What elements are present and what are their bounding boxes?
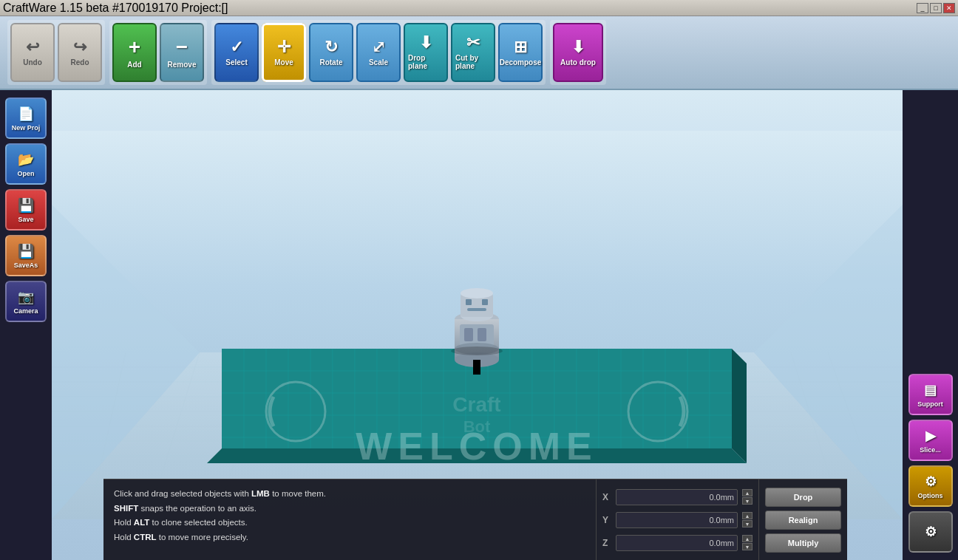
svg-rect-67 xyxy=(467,308,486,311)
titlebar-controls: _ □ ✕ xyxy=(917,3,955,13)
options-button[interactable]: ⚙ Options xyxy=(908,465,953,507)
svg-marker-53 xyxy=(732,349,747,463)
open-icon: 📂 xyxy=(18,151,34,168)
help-line-2: SHIFT snaps the operation to an axis. xyxy=(114,502,585,516)
remove-button[interactable]: − Remove xyxy=(160,23,204,82)
svg-rect-71 xyxy=(473,360,480,375)
z-input[interactable] xyxy=(616,535,738,551)
redo-button[interactable]: ↪ Redo xyxy=(58,23,102,82)
camera-icon: 📷 xyxy=(18,289,34,305)
slice-button[interactable]: ▶ Slice... xyxy=(908,420,953,461)
titlebar: CraftWare 1.15 beta #170019170 Project:[… xyxy=(0,0,958,16)
save-icon: 💾 xyxy=(18,197,34,214)
add-remove-group: + Add − Remove xyxy=(109,20,207,85)
move-icon: ✛ xyxy=(277,39,291,55)
help-line-5 xyxy=(114,544,585,559)
multiply-action-button[interactable]: Multiply xyxy=(765,533,841,553)
transform-group: ✓ Select ✛ Move ↻ Rotate ⤢ Scale ⬇ Drop … xyxy=(211,20,546,85)
settings-icon: ⚙ xyxy=(925,524,937,540)
help-line-3: Hold ALT to clone selected objects. xyxy=(114,516,585,530)
x-spin-up[interactable]: ▲ xyxy=(742,489,753,496)
scale-button[interactable]: ⤢ Scale xyxy=(356,23,401,82)
x-spinners: ▲ ▼ xyxy=(742,489,753,505)
decompose-icon: ⊞ xyxy=(514,39,527,55)
x-input[interactable] xyxy=(616,489,738,505)
scale-icon: ⤢ xyxy=(372,39,385,55)
new-project-button[interactable]: 📄 New Proj xyxy=(5,98,47,139)
move-button[interactable]: ✛ Move xyxy=(262,23,306,82)
drop-plane-icon: ⬇ xyxy=(419,35,432,51)
svg-rect-66 xyxy=(482,299,488,305)
select-button[interactable]: ✓ Select xyxy=(214,23,259,82)
open-button[interactable]: 📂 Open xyxy=(5,143,47,185)
svg-point-73 xyxy=(451,346,503,355)
save-as-icon: 💾 xyxy=(18,243,34,259)
slice-icon: ▶ xyxy=(925,428,936,444)
svg-rect-70 xyxy=(478,328,486,341)
bottom-panel: Click and drag selected objects with LMB… xyxy=(103,479,847,560)
z-spin-up[interactable]: ▲ xyxy=(742,535,753,542)
undo-icon: ↩ xyxy=(26,39,39,55)
x-coord-row: X ▲ ▼ xyxy=(602,489,753,505)
svg-text:WELCOME: WELCOME xyxy=(356,425,598,468)
add-button[interactable]: + Add xyxy=(112,23,157,82)
drop-action-button[interactable]: Drop xyxy=(765,488,841,507)
undo-redo-group: ↩ Undo ↪ Redo xyxy=(7,20,105,85)
realign-action-button[interactable]: Realign xyxy=(765,511,841,530)
add-icon: + xyxy=(129,37,140,58)
svg-point-64 xyxy=(461,288,493,298)
y-label: Y xyxy=(602,515,611,525)
z-label: Z xyxy=(602,538,611,548)
settings-button[interactable]: ⚙ xyxy=(908,511,953,553)
auto-drop-icon: ⬇ xyxy=(571,39,585,55)
drop-plane-button[interactable]: ⬇ Drop plane xyxy=(404,23,448,82)
y-input[interactable] xyxy=(616,512,738,528)
maximize-button[interactable]: □ xyxy=(930,3,942,13)
help-text: Click and drag selected objects with LMB… xyxy=(103,479,596,560)
minimize-button[interactable]: _ xyxy=(917,3,928,13)
right-sidebar: ▤ Support ▶ Slice... ⚙ Options ⚙ xyxy=(903,90,958,560)
save-button[interactable]: 💾 Save xyxy=(5,189,47,231)
support-icon: ▤ xyxy=(924,382,937,398)
3d-viewport[interactable]: Craft Bot WELCOME xyxy=(52,90,903,560)
svg-rect-65 xyxy=(466,299,472,305)
left-sidebar: 📄 New Proj 📂 Open 💾 Save 💾 SaveAs 📷 Came… xyxy=(0,90,52,560)
auto-group: ⬇ Auto drop xyxy=(550,20,606,85)
x-spin-down[interactable]: ▼ xyxy=(742,497,753,505)
main-area: 📄 New Proj 📂 Open 💾 Save 💾 SaveAs 📷 Came… xyxy=(0,90,958,560)
decompose-button[interactable]: ⊞ Decompose xyxy=(498,23,543,82)
redo-icon: ↪ xyxy=(73,39,86,55)
cut-by-plane-button[interactable]: ✂ Cut by plane xyxy=(451,23,495,82)
help-line-1: Click and drag selected objects with LMB… xyxy=(114,487,585,502)
save-as-button[interactable]: 💾 SaveAs xyxy=(5,235,47,276)
z-spin-down[interactable]: ▼ xyxy=(742,543,753,550)
camera-button[interactable]: 📷 Camera xyxy=(5,281,47,322)
coords-panel: X ▲ ▼ Y ▲ ▼ Z xyxy=(596,479,758,560)
y-coord-row: Y ▲ ▼ xyxy=(602,512,753,528)
cut-plane-icon: ✂ xyxy=(466,35,480,51)
support-button[interactable]: ▤ Support xyxy=(908,374,953,415)
x-label: X xyxy=(602,492,611,502)
z-coord-row: Z ▲ ▼ xyxy=(602,535,753,551)
select-icon: ✓ xyxy=(230,39,243,55)
new-proj-icon: 📄 xyxy=(18,106,34,122)
y-spin-up[interactable]: ▲ xyxy=(742,512,753,519)
help-line-4: Hold CTRL to move more precisely. xyxy=(114,530,585,545)
rotate-button[interactable]: ↻ Rotate xyxy=(309,23,353,82)
titlebar-title: CraftWare 1.15 beta #170019170 Project:[… xyxy=(3,1,228,15)
close-button[interactable]: ✕ xyxy=(943,3,955,13)
y-spinners: ▲ ▼ xyxy=(742,512,753,527)
y-spin-down[interactable]: ▼ xyxy=(742,520,753,527)
svg-rect-69 xyxy=(464,328,473,341)
svg-text:Craft: Craft xyxy=(452,393,500,416)
options-icon: ⚙ xyxy=(925,474,937,490)
rotate-icon: ↻ xyxy=(325,39,338,55)
auto-drop-button[interactable]: ⬇ Auto drop xyxy=(553,23,603,82)
undo-button[interactable]: ↩ Undo xyxy=(10,23,55,82)
toolbar: ↩ Undo ↪ Redo + Add − Remove ✓ Select ✛ … xyxy=(0,16,958,90)
actions-panel: Drop Realign Multiply xyxy=(758,479,847,560)
remove-icon: − xyxy=(176,37,188,58)
z-spinners: ▲ ▼ xyxy=(742,535,753,550)
